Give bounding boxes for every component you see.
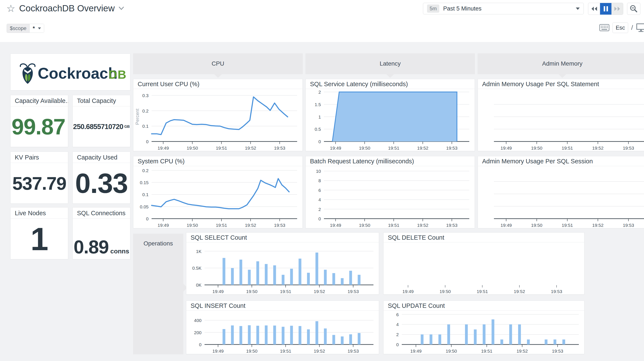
- chart-svg: 19:4919:5019:5119:5219:53: [478, 166, 644, 228]
- chart-plot[interactable]: 00.050.10.150.219:4919:5019:5119:5219:53: [133, 166, 302, 228]
- chart-current-user-cpu[interactable]: Current User CPU (%) 00.10.20.319:4919:5…: [133, 79, 303, 151]
- pause-button[interactable]: [600, 3, 612, 14]
- scope-value-text: *: [32, 25, 35, 32]
- chart-sql-insert-count[interactable]: SQL INSERT Count 020040019:4919:5019:511…: [186, 300, 379, 354]
- stat-capacity-used[interactable]: Capacity Used 0.33: [72, 152, 130, 204]
- svg-text:19:52: 19:52: [245, 146, 256, 150]
- svg-text:1K: 1K: [196, 249, 202, 254]
- chart-plot[interactable]: 0K0.5K1K19:4919:5019:5119:5219:53: [186, 242, 379, 294]
- favorite-star-icon[interactable]: ☆: [6, 2, 15, 14]
- svg-text:0.3: 0.3: [142, 93, 148, 98]
- scope-variable-value[interactable]: *: [30, 24, 44, 32]
- chart-plot[interactable]: 00.10.20.319:4919:5019:5119:5219:53Perce…: [133, 89, 302, 151]
- chart-sql-service-latency[interactable]: SQL Service Latency (milliseconds) 00.51…: [306, 79, 475, 151]
- svg-text:0.1: 0.1: [142, 124, 148, 128]
- svg-text:19:53: 19:53: [348, 289, 359, 294]
- svg-text:19:51: 19:51: [280, 289, 291, 294]
- slash-separator: /: [631, 24, 633, 31]
- group-label: Admin Memory: [542, 60, 582, 67]
- svg-text:19:52: 19:52: [314, 289, 325, 294]
- svg-text:0.05: 0.05: [140, 204, 148, 209]
- stat-title: Capacity Used: [73, 152, 130, 163]
- time-range-picker[interactable]: 5m Past 5 Minutes: [423, 3, 584, 14]
- chart-sql-select-count[interactable]: SQL SELECT Count 0K0.5K1K19:4919:5019:51…: [186, 232, 379, 294]
- stat-total-capacity[interactable]: Total Capacity 250.6855710720GB: [72, 95, 130, 147]
- logo-suffix: DB: [108, 68, 126, 81]
- svg-text:19:51: 19:51: [280, 348, 291, 354]
- svg-text:19:50: 19:50: [187, 223, 198, 228]
- stat-title: Total Capacity: [73, 95, 130, 106]
- scope-template-variable[interactable]: $scope *: [7, 24, 44, 33]
- stat-title: Capacity Available...: [10, 95, 68, 106]
- dashboard-page: ☆ CockroachDB Overview 5m Past 5 Minutes: [0, 0, 644, 361]
- svg-text:19:50: 19:50: [440, 289, 451, 294]
- svg-text:19:51: 19:51: [388, 223, 400, 228]
- chart-sql-update-count[interactable]: SQL UPDATE Count 024619:4919:5019:5119:5…: [383, 300, 584, 354]
- scope-caret-icon: [38, 28, 41, 29]
- rewind-button[interactable]: [588, 3, 600, 14]
- chart-plot[interactable]: 00.511.5219:4919:5019:5119:5219:53: [306, 89, 475, 151]
- chart-sql-delete-count[interactable]: SQL DELETE Count 19:4919:5019:5119:5219:…: [383, 232, 584, 294]
- tv-mode-icon[interactable]: [636, 23, 644, 32]
- fast-forward-button[interactable]: [612, 3, 623, 14]
- group-notch: [214, 74, 222, 78]
- chart-plot[interactable]: 024681019:4919:5019:5119:5219:53: [306, 166, 475, 228]
- svg-text:19:53: 19:53: [274, 146, 285, 150]
- group-label: Operations: [144, 240, 173, 354]
- chart-svg: 00.10.20.319:4919:5019:5119:5219:53Perce…: [133, 89, 302, 151]
- chart-system-cpu[interactable]: System CPU (%) 00.050.10.150.219:4919:50…: [133, 156, 303, 228]
- fast-forward-icon: [613, 6, 622, 12]
- svg-text:8: 8: [318, 178, 321, 183]
- svg-text:19:50: 19:50: [446, 348, 457, 354]
- svg-text:19:53: 19:53: [348, 348, 359, 354]
- stat-value: 250.6855710720: [73, 123, 123, 130]
- chart-admin-memory-statement[interactable]: Admin Memory Usage Per SQL Statement 19:…: [478, 79, 644, 151]
- stat-live-nodes[interactable]: Live Nodes 1: [10, 207, 68, 260]
- chart-plot[interactable]: 024619:4919:5019:5119:5219:53: [384, 310, 584, 354]
- page-title[interactable]: CockroachDB Overview: [19, 3, 115, 14]
- svg-text:10: 10: [316, 169, 321, 174]
- chart-title: Admin Memory Usage Per SQL Statement: [478, 79, 644, 89]
- stat-title: Live Nodes: [10, 208, 68, 219]
- stat-kv-pairs[interactable]: KV Pairs 537.79: [10, 152, 68, 204]
- chart-title: Current User CPU (%): [133, 79, 302, 89]
- chart-plot[interactable]: 020040019:4919:5019:5119:5219:53: [186, 310, 379, 354]
- svg-text:19:52: 19:52: [417, 223, 428, 228]
- svg-text:19:51: 19:51: [562, 146, 573, 150]
- chart-svg: 024681019:4919:5019:5119:5219:53: [306, 166, 475, 228]
- title-chevron-down-icon[interactable]: [118, 6, 124, 10]
- logo-word: Cockroach: [38, 65, 118, 82]
- chart-svg: 020040019:4919:5019:5119:5219:53: [186, 310, 379, 354]
- svg-text:19:50: 19:50: [359, 146, 370, 150]
- svg-text:2: 2: [318, 90, 321, 94]
- stat-value: 99.87: [12, 116, 65, 138]
- svg-text:19:50: 19:50: [246, 289, 258, 294]
- svg-text:19:53: 19:53: [623, 223, 634, 228]
- chart-title: Admin Memory Usage Per SQL Session: [478, 156, 644, 166]
- chart-svg: 024619:4919:5019:5119:5219:53: [384, 310, 584, 354]
- group-header-operations[interactable]: Operations: [133, 234, 183, 354]
- chart-svg: 00.511.5219:4919:5019:5119:5219:53: [306, 89, 475, 151]
- zoom-out-button[interactable]: [627, 3, 640, 15]
- chart-plot[interactable]: 19:4919:5019:5119:5219:53: [384, 242, 584, 294]
- title-row: ☆ CockroachDB Overview: [6, 2, 124, 14]
- stat-sql-connections[interactable]: SQL Connections 0.89conns: [72, 207, 130, 260]
- stat-capacity-available[interactable]: Capacity Available... 99.87: [10, 95, 68, 147]
- esc-key-button[interactable]: Esc: [612, 22, 628, 33]
- chart-plot[interactable]: 19:4919:5019:5119:5219:53: [478, 166, 644, 228]
- chart-plot[interactable]: 19:4919:5019:5119:5219:53: [478, 89, 644, 151]
- cockroachdb-logo-panel[interactable]: Cockroach DB: [10, 54, 130, 90]
- group-header-latency[interactable]: Latency: [306, 54, 475, 74]
- svg-text:19:53: 19:53: [552, 348, 564, 354]
- svg-text:19:50: 19:50: [531, 223, 542, 228]
- chart-title: SQL Service Latency (milliseconds): [306, 79, 475, 89]
- svg-text:19:49: 19:49: [500, 146, 512, 150]
- svg-text:19:52: 19:52: [592, 223, 604, 228]
- chart-batch-request-latency[interactable]: Batch Request Latency (milliseconds) 024…: [306, 156, 475, 228]
- group-header-cpu[interactable]: CPU: [133, 54, 303, 74]
- group-label: CPU: [212, 60, 224, 67]
- chart-admin-memory-session[interactable]: Admin Memory Usage Per SQL Session 19:49…: [478, 156, 644, 228]
- svg-text:0.1: 0.1: [142, 192, 148, 197]
- chart-title: SQL DELETE Count: [384, 232, 584, 242]
- group-header-admin-memory[interactable]: Admin Memory: [478, 54, 644, 74]
